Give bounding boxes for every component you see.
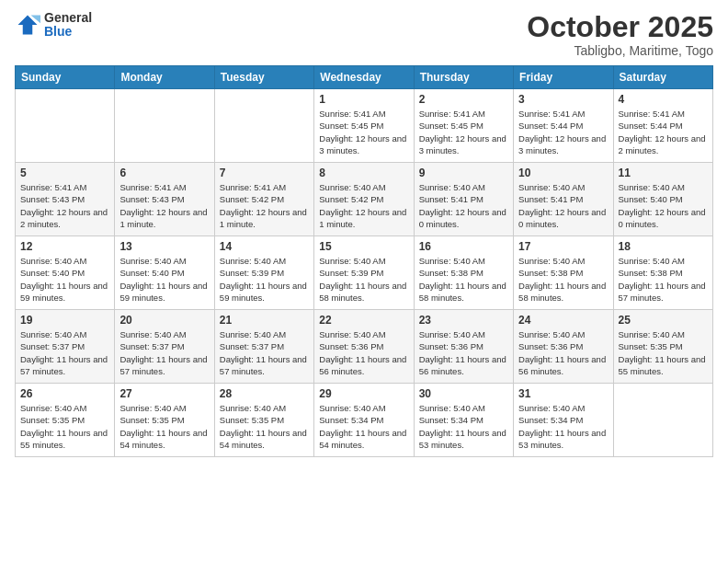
day-cell: 24Sunrise: 5:40 AM Sunset: 5:36 PM Dayli… bbox=[514, 310, 613, 384]
day-cell: 11Sunrise: 5:40 AM Sunset: 5:40 PM Dayli… bbox=[613, 163, 712, 236]
day-info: Sunrise: 5:40 AM Sunset: 5:35 PM Dayligh… bbox=[220, 402, 309, 451]
day-number: 13 bbox=[119, 240, 209, 253]
day-cell: 27Sunrise: 5:40 AM Sunset: 5:35 PM Dayli… bbox=[115, 384, 214, 457]
day-number: 1 bbox=[319, 93, 408, 106]
day-info: Sunrise: 5:40 AM Sunset: 5:34 PM Dayligh… bbox=[419, 402, 508, 451]
day-number: 29 bbox=[319, 387, 408, 400]
day-info: Sunrise: 5:40 AM Sunset: 5:40 PM Dayligh… bbox=[619, 181, 708, 230]
header-wednesday: Wednesday bbox=[314, 66, 414, 89]
day-number: 3 bbox=[518, 93, 608, 106]
logo-icon bbox=[15, 12, 40, 38]
day-number: 28 bbox=[220, 387, 309, 400]
day-number: 8 bbox=[319, 167, 408, 179]
month-title: October 2025 bbox=[527, 11, 713, 43]
day-info: Sunrise: 5:41 AM Sunset: 5:43 PM Dayligh… bbox=[119, 181, 209, 230]
day-number: 31 bbox=[518, 387, 608, 400]
day-info: Sunrise: 5:41 AM Sunset: 5:44 PM Dayligh… bbox=[619, 108, 708, 156]
day-number: 2 bbox=[419, 93, 508, 106]
day-number: 27 bbox=[119, 387, 209, 400]
header-sunday: Sunday bbox=[16, 66, 115, 89]
day-cell: 13Sunrise: 5:40 AM Sunset: 5:40 PM Dayli… bbox=[115, 236, 214, 310]
day-info: Sunrise: 5:40 AM Sunset: 5:34 PM Dayligh… bbox=[319, 402, 408, 451]
day-info: Sunrise: 5:40 AM Sunset: 5:37 PM Dayligh… bbox=[220, 328, 309, 377]
day-info: Sunrise: 5:41 AM Sunset: 5:43 PM Dayligh… bbox=[20, 181, 109, 230]
calendar: Sunday Monday Tuesday Wednesday Thursday… bbox=[15, 65, 713, 457]
location: Tabligbo, Maritime, Togo bbox=[527, 43, 713, 58]
day-info: Sunrise: 5:40 AM Sunset: 5:35 PM Dayligh… bbox=[119, 402, 209, 451]
day-number: 21 bbox=[220, 314, 309, 327]
day-cell bbox=[115, 89, 214, 163]
day-info: Sunrise: 5:40 AM Sunset: 5:38 PM Dayligh… bbox=[419, 255, 508, 304]
logo-text: General Blue bbox=[44, 11, 92, 40]
day-cell: 15Sunrise: 5:40 AM Sunset: 5:39 PM Dayli… bbox=[314, 236, 414, 310]
week-row-2: 12Sunrise: 5:40 AM Sunset: 5:40 PM Dayli… bbox=[16, 236, 713, 310]
day-info: Sunrise: 5:40 AM Sunset: 5:39 PM Dayligh… bbox=[319, 255, 408, 304]
day-info: Sunrise: 5:41 AM Sunset: 5:45 PM Dayligh… bbox=[419, 108, 508, 156]
day-info: Sunrise: 5:40 AM Sunset: 5:37 PM Dayligh… bbox=[20, 328, 109, 377]
week-row-4: 26Sunrise: 5:40 AM Sunset: 5:35 PM Dayli… bbox=[16, 384, 713, 457]
calendar-body: 1Sunrise: 5:41 AM Sunset: 5:45 PM Daylig… bbox=[16, 89, 713, 457]
day-number: 9 bbox=[419, 167, 508, 179]
day-cell bbox=[16, 89, 115, 163]
day-cell: 10Sunrise: 5:40 AM Sunset: 5:41 PM Dayli… bbox=[514, 163, 613, 236]
day-number: 24 bbox=[518, 314, 608, 327]
day-info: Sunrise: 5:41 AM Sunset: 5:42 PM Dayligh… bbox=[220, 181, 309, 230]
day-info: Sunrise: 5:40 AM Sunset: 5:35 PM Dayligh… bbox=[619, 328, 708, 377]
day-cell: 5Sunrise: 5:41 AM Sunset: 5:43 PM Daylig… bbox=[16, 163, 115, 236]
week-row-1: 5Sunrise: 5:41 AM Sunset: 5:43 PM Daylig… bbox=[16, 163, 713, 236]
day-info: Sunrise: 5:40 AM Sunset: 5:37 PM Dayligh… bbox=[119, 328, 209, 377]
day-info: Sunrise: 5:40 AM Sunset: 5:41 PM Dayligh… bbox=[419, 181, 508, 230]
day-cell: 25Sunrise: 5:40 AM Sunset: 5:35 PM Dayli… bbox=[613, 310, 712, 384]
day-number: 11 bbox=[619, 167, 708, 179]
week-row-0: 1Sunrise: 5:41 AM Sunset: 5:45 PM Daylig… bbox=[16, 89, 713, 163]
day-cell: 4Sunrise: 5:41 AM Sunset: 5:44 PM Daylig… bbox=[613, 89, 712, 163]
weekday-row: Sunday Monday Tuesday Wednesday Thursday… bbox=[16, 66, 713, 89]
logo-blue-text: Blue bbox=[44, 25, 92, 39]
day-cell: 23Sunrise: 5:40 AM Sunset: 5:36 PM Dayli… bbox=[414, 310, 513, 384]
day-info: Sunrise: 5:40 AM Sunset: 5:36 PM Dayligh… bbox=[419, 328, 508, 377]
day-cell: 8Sunrise: 5:40 AM Sunset: 5:42 PM Daylig… bbox=[314, 163, 414, 236]
day-cell: 14Sunrise: 5:40 AM Sunset: 5:39 PM Dayli… bbox=[214, 236, 313, 310]
day-cell: 21Sunrise: 5:40 AM Sunset: 5:37 PM Dayli… bbox=[214, 310, 313, 384]
logo: General Blue bbox=[15, 11, 92, 40]
day-cell bbox=[613, 384, 712, 457]
day-number: 23 bbox=[419, 314, 508, 327]
day-cell: 29Sunrise: 5:40 AM Sunset: 5:34 PM Dayli… bbox=[314, 384, 414, 457]
day-cell: 3Sunrise: 5:41 AM Sunset: 5:44 PM Daylig… bbox=[514, 89, 613, 163]
day-number: 22 bbox=[319, 314, 408, 327]
day-number: 16 bbox=[419, 240, 508, 253]
day-number: 6 bbox=[119, 167, 209, 179]
day-cell: 12Sunrise: 5:40 AM Sunset: 5:40 PM Dayli… bbox=[16, 236, 115, 310]
day-cell: 19Sunrise: 5:40 AM Sunset: 5:37 PM Dayli… bbox=[16, 310, 115, 384]
day-cell: 9Sunrise: 5:40 AM Sunset: 5:41 PM Daylig… bbox=[414, 163, 513, 236]
day-cell bbox=[214, 89, 313, 163]
day-cell: 20Sunrise: 5:40 AM Sunset: 5:37 PM Dayli… bbox=[115, 310, 214, 384]
calendar-header: Sunday Monday Tuesday Wednesday Thursday… bbox=[16, 66, 713, 89]
day-info: Sunrise: 5:40 AM Sunset: 5:36 PM Dayligh… bbox=[518, 328, 608, 377]
day-number: 4 bbox=[619, 93, 708, 106]
day-cell: 2Sunrise: 5:41 AM Sunset: 5:45 PM Daylig… bbox=[414, 89, 513, 163]
day-info: Sunrise: 5:40 AM Sunset: 5:40 PM Dayligh… bbox=[119, 255, 209, 304]
header-monday: Monday bbox=[115, 66, 214, 89]
header: General Blue October 2025 Tabligbo, Mari… bbox=[15, 11, 713, 58]
header-thursday: Thursday bbox=[414, 66, 513, 89]
day-cell: 30Sunrise: 5:40 AM Sunset: 5:34 PM Dayli… bbox=[414, 384, 513, 457]
day-cell: 26Sunrise: 5:40 AM Sunset: 5:35 PM Dayli… bbox=[16, 384, 115, 457]
day-cell: 28Sunrise: 5:40 AM Sunset: 5:35 PM Dayli… bbox=[214, 384, 313, 457]
day-cell: 7Sunrise: 5:41 AM Sunset: 5:42 PM Daylig… bbox=[214, 163, 313, 236]
day-info: Sunrise: 5:40 AM Sunset: 5:39 PM Dayligh… bbox=[220, 255, 309, 304]
day-cell: 22Sunrise: 5:40 AM Sunset: 5:36 PM Dayli… bbox=[314, 310, 414, 384]
day-number: 17 bbox=[518, 240, 608, 253]
day-number: 14 bbox=[220, 240, 309, 253]
day-info: Sunrise: 5:40 AM Sunset: 5:36 PM Dayligh… bbox=[319, 328, 408, 377]
day-number: 18 bbox=[619, 240, 708, 253]
day-info: Sunrise: 5:40 AM Sunset: 5:35 PM Dayligh… bbox=[20, 402, 109, 451]
title-area: October 2025 Tabligbo, Maritime, Togo bbox=[527, 11, 713, 58]
header-tuesday: Tuesday bbox=[214, 66, 313, 89]
day-cell: 17Sunrise: 5:40 AM Sunset: 5:38 PM Dayli… bbox=[514, 236, 613, 310]
week-row-3: 19Sunrise: 5:40 AM Sunset: 5:37 PM Dayli… bbox=[16, 310, 713, 384]
day-number: 10 bbox=[518, 167, 608, 179]
day-info: Sunrise: 5:40 AM Sunset: 5:42 PM Dayligh… bbox=[319, 181, 408, 230]
day-number: 7 bbox=[220, 167, 309, 179]
logo-general-text: General bbox=[44, 11, 92, 25]
